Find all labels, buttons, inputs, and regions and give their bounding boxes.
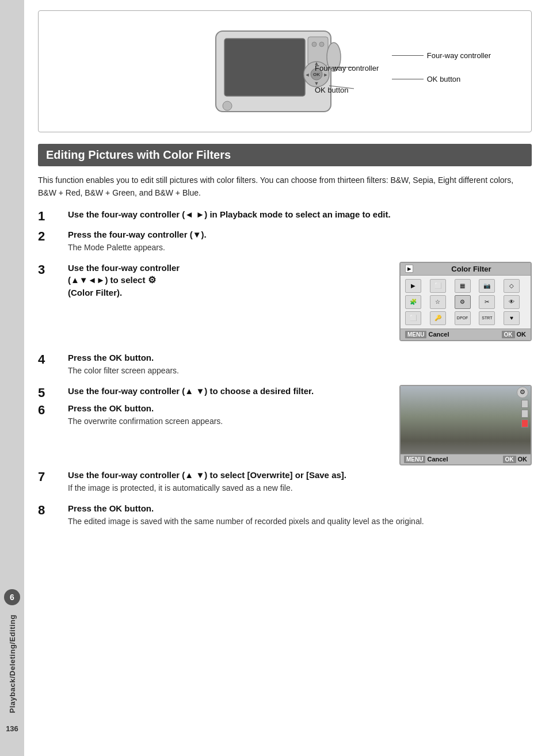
svg-text:◄: ◄ bbox=[305, 72, 310, 78]
step-1: 1 Use the four-way controller (◄ ►) in P… bbox=[38, 208, 532, 223]
step-8-desc: The edited image is saved with the same … bbox=[68, 516, 532, 528]
photo-preview: ⚙ MENU Cancel bbox=[399, 385, 532, 465]
step-4-desc: The color filter screen appears. bbox=[68, 365, 532, 377]
step-6-desc: The overwrite confirmation screen appear… bbox=[68, 415, 390, 427]
main-content: ▲ ▼ ◄ ► OK Four-way controller OK button bbox=[24, 0, 549, 756]
step-7-number: 7 bbox=[38, 469, 59, 484]
svg-point-3 bbox=[312, 42, 317, 47]
step-2: 2 Press the four-way controller (▼). The… bbox=[38, 228, 532, 257]
color-filter-ui: ▶ Color Filter ▶ ⬜ ▦ 📷 ◇ bbox=[399, 262, 532, 341]
svg-text:►: ► bbox=[323, 72, 329, 78]
step-7-desc: If the image is protected, it is automat… bbox=[68, 482, 532, 494]
step-4-title: Press the OK button. bbox=[68, 352, 532, 364]
step-1-title: Use the four-way controller (◄ ►) in Pla… bbox=[68, 208, 532, 220]
step-3: 3 Use the four-way controller(▲▼◄►) to s… bbox=[38, 262, 532, 347]
color-bar-1 bbox=[521, 400, 528, 408]
play-icon: ▶ bbox=[405, 265, 413, 273]
ui-icon-photo: 📷 bbox=[479, 279, 495, 293]
page-number: 136 bbox=[6, 724, 18, 733]
ui-footer: MENU Cancel OK OK bbox=[401, 329, 531, 340]
step-3-title: Use the four-way controller(▲▼◄►) to sel… bbox=[68, 262, 390, 299]
step-2-title: Press the four-way controller (▼). bbox=[68, 228, 532, 240]
step-3-body: Use the four-way controller(▲▼◄►) to sel… bbox=[68, 262, 532, 347]
steps-container: 1 Use the four-way controller (◄ ►) in P… bbox=[38, 208, 532, 535]
ui-footer-cancel: MENU Cancel bbox=[405, 331, 449, 338]
steps-5-6-text: 5 Use the four-way controller (▲ ▼) to c… bbox=[38, 385, 390, 436]
callout-ok-button: OK button bbox=[315, 85, 349, 94]
ui-icon-dpof: DPOF bbox=[455, 311, 471, 325]
step-8-body: Press the OK button. The edited image is… bbox=[68, 502, 532, 531]
photo-footer-ok: OK OK bbox=[503, 456, 528, 463]
section-header: Editing Pictures with Color Filters bbox=[38, 144, 532, 166]
color-bar-2 bbox=[521, 410, 528, 418]
ui-icon-color-filter: ⚙ bbox=[455, 295, 471, 309]
step-6-body: Press the OK button. The overwrite confi… bbox=[68, 402, 390, 431]
ui-icon-scissors: ✂ bbox=[479, 295, 495, 309]
ui-icon-puzzle: 🧩 bbox=[405, 295, 421, 309]
sidebar: 6 Playback/Deleting/Editing 136 bbox=[0, 0, 24, 756]
callout-four-way: Four-way controller bbox=[315, 63, 379, 72]
ui-icon-eye: 👁 bbox=[504, 295, 520, 309]
callout-label-four-way: Four-way controller bbox=[392, 51, 491, 60]
step-4-number: 4 bbox=[38, 352, 59, 366]
step-5: 5 Use the four-way controller (▲ ▼) to c… bbox=[38, 385, 390, 400]
photo-menu-label: MENU bbox=[404, 456, 425, 463]
ui-icon-startup: STRT bbox=[479, 311, 495, 325]
ui-header: ▶ Color Filter bbox=[401, 263, 531, 276]
step-5-number: 5 bbox=[38, 385, 59, 400]
step-7: 7 Use the four-way controller (▲ ▼) to s… bbox=[38, 469, 532, 498]
step-3-ui-panel: ▶ Color Filter ▶ ⬜ ▦ 📷 ◇ bbox=[399, 262, 532, 347]
svg-text:OK: OK bbox=[313, 72, 320, 77]
step-1-number: 1 bbox=[38, 208, 59, 223]
step-8: 8 Press the OK button. The edited image … bbox=[38, 502, 532, 531]
photo-top-bar: ⚙ bbox=[401, 386, 531, 399]
step-7-body: Use the four-way controller (▲ ▼) to sel… bbox=[68, 469, 532, 498]
camera-diagram-box: ▲ ▼ ◄ ► OK Four-way controller OK button bbox=[38, 10, 532, 132]
ui-icon-crop: ⬜ bbox=[430, 279, 446, 293]
ok-label: OK bbox=[502, 331, 515, 338]
step-6: 6 Press the OK button. The overwrite con… bbox=[38, 402, 390, 431]
step-2-number: 2 bbox=[38, 228, 59, 243]
steps-5-6-group: 5 Use the four-way controller (▲ ▼) to c… bbox=[38, 385, 532, 465]
svg-point-4 bbox=[319, 42, 324, 47]
camera-diagram: ▲ ▼ ◄ ► OK Four-way controller OK button bbox=[210, 22, 360, 120]
step-8-title: Press the OK button. bbox=[68, 502, 532, 514]
ui-grid: ▶ ⬜ ▦ 📷 ◇ 🧩 ☆ ⚙ ✂ 👁 bbox=[401, 276, 531, 329]
color-bar-3 bbox=[521, 419, 528, 427]
step-3-number: 3 bbox=[38, 262, 59, 277]
gear-icon: ⚙ bbox=[517, 387, 528, 398]
ui-icon-star: ☆ bbox=[430, 295, 446, 309]
step-2-desc: The Mode Palette appears. bbox=[68, 242, 532, 254]
step-2-body: Press the four-way controller (▼). The M… bbox=[68, 228, 532, 257]
ui-icon-key: 🔑 bbox=[430, 311, 446, 325]
svg-rect-1 bbox=[224, 39, 305, 96]
step-5-title: Use the four-way controller (▲ ▼) to cho… bbox=[68, 385, 390, 397]
ui-icon-diamond: ◇ bbox=[504, 279, 520, 293]
sidebar-label: Playback/Deleting/Editing bbox=[8, 614, 17, 713]
intro-text: This function enables you to edit still … bbox=[38, 174, 532, 199]
ui-icon-heart: ♥ bbox=[504, 311, 520, 325]
step-6-number: 6 bbox=[38, 402, 59, 417]
step-7-title: Use the four-way controller (▲ ▼) to sel… bbox=[68, 469, 532, 481]
step-4: 4 Press the OK button. The color filter … bbox=[38, 352, 532, 380]
menu-label: MENU bbox=[405, 331, 426, 338]
step-8-number: 8 bbox=[38, 502, 59, 517]
ui-icon-play: ▶ bbox=[405, 279, 421, 293]
step-1-body: Use the four-way controller (◄ ►) in Pla… bbox=[68, 208, 532, 222]
photo-ok-label: OK bbox=[503, 456, 516, 463]
chapter-number: 6 bbox=[4, 589, 20, 605]
ui-icon-grid: ▦ bbox=[455, 279, 471, 293]
step-4-body: Press the OK button. The color filter sc… bbox=[68, 352, 532, 380]
ui-icon-frame: ⬜ bbox=[405, 311, 421, 325]
ui-footer-ok: OK OK bbox=[502, 331, 527, 338]
photo-preview-panel: ⚙ MENU Cancel bbox=[399, 385, 532, 465]
callout-label-ok: OK button bbox=[392, 75, 491, 83]
color-bars bbox=[521, 400, 528, 427]
photo-footer: MENU Cancel OK OK bbox=[401, 454, 531, 464]
svg-point-12 bbox=[223, 101, 232, 110]
photo-footer-cancel: MENU Cancel bbox=[404, 456, 448, 463]
step-5-body: Use the four-way controller (▲ ▼) to cho… bbox=[68, 385, 390, 398]
step-6-title: Press the OK button. bbox=[68, 402, 390, 414]
